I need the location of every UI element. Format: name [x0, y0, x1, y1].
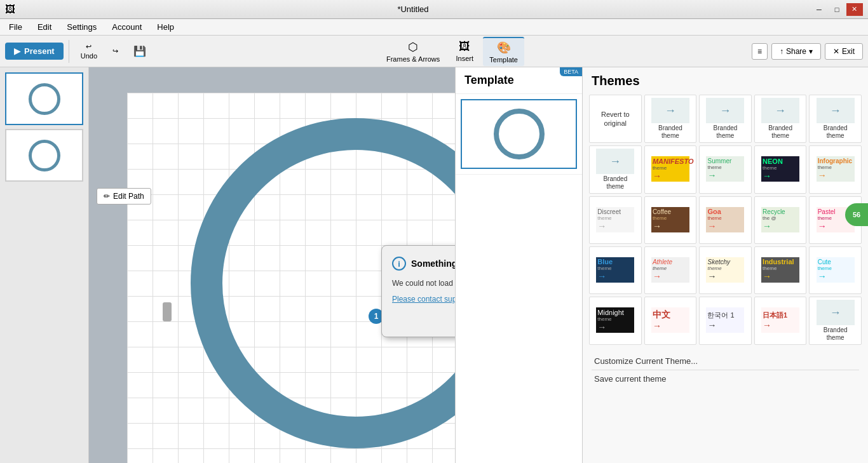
theme-sketchy[interactable]: Sketchy theme → [699, 246, 752, 294]
theme-japanese[interactable]: 日本語1 → [754, 297, 807, 345]
template-button[interactable]: 🎨 Template [483, 37, 524, 66]
template-header: Template BETA [456, 67, 582, 94]
theme-thumb-neon: NEON theme → [761, 156, 799, 182]
redo-button[interactable]: ↪ [106, 44, 125, 58]
preview-circle [494, 109, 545, 159]
frames-arrows-button[interactable]: ⬡ Frames & Arrows [380, 37, 446, 65]
theme-cute[interactable]: Cute theme → [809, 246, 862, 294]
minimize-button[interactable]: ─ [811, 3, 827, 16]
slide-circle-1 [29, 83, 60, 115]
save-button[interactable]: 💾 [127, 43, 153, 60]
dialog-title: Something went wrong [411, 258, 455, 269]
progress-indicator: 56 [845, 203, 868, 226]
share-icon: ↑ [780, 47, 783, 56]
theme-midnight[interactable]: Midnight theme → [589, 297, 642, 345]
dialog-body: We could not load one of the fonts [392, 279, 455, 288]
theme-korean[interactable]: 한국어 1 → [699, 297, 752, 345]
theme-thumb-cute: Cute theme → [817, 257, 855, 283]
menu-file[interactable]: File [3, 21, 29, 33]
redo-icon: ↪ [112, 47, 118, 55]
theme-goa[interactable]: Goa theme → [699, 196, 752, 244]
slide-thumb-2[interactable]: 1 [5, 129, 83, 182]
theme-thumb-goa: Goa theme → [706, 207, 744, 232]
theme-branded-6[interactable]: → Brandedtheme [809, 297, 862, 345]
theme-thumb-branded-2: → [706, 98, 744, 123]
theme-thumb-midnight: Midnight theme → [596, 307, 634, 333]
theme-thumb-athlete: Athlete theme → [651, 257, 689, 283]
theme-branded-3[interactable]: → Brandedtheme [754, 95, 807, 143]
theme-branded-1[interactable]: → Brandedtheme [644, 95, 697, 143]
theme-manifesto[interactable]: MANIFESTO theme → [644, 145, 697, 194]
title-bar: 🖼 *Untitled ─ □ ✕ [0, 0, 868, 19]
menu-account[interactable]: Account [105, 21, 148, 33]
theme-revert[interactable]: Revert tooriginal [589, 95, 642, 143]
theme-name-branded-2: Brandedtheme [714, 124, 738, 140]
toolbar-separator-1 [69, 40, 69, 63]
theme-thumb-branded-1: → [651, 98, 689, 123]
share-button[interactable]: ↑ Share ▾ [771, 43, 821, 60]
slide-panel: 1 [0, 67, 89, 463]
theme-branded-5[interactable]: → Brandedtheme [589, 145, 642, 194]
theme-name-branded-5: Brandedtheme [603, 175, 627, 191]
template-panel: Template BETA [455, 67, 582, 463]
toolbar: ▶ Present ↩ Undo ↪ 💾 ⬡ Frames & Arrows 🖼… [0, 36, 868, 67]
canvas-area[interactable]: 1 ✏ Edit Path i Something went wrong ✕ W… [89, 67, 455, 463]
revert-label: Revert tooriginal [601, 110, 630, 128]
undo-icon: ↩ [86, 43, 92, 51]
close-button[interactable]: ✕ [846, 3, 863, 16]
theme-coffee[interactable]: Coffee theme → [644, 196, 697, 244]
contact-support-link[interactable]: Please contact support. [392, 295, 455, 304]
exit-label: Exit [842, 47, 855, 56]
theme-thumb-chinese: 中文 → [651, 307, 689, 333]
drag-handle[interactable] [163, 302, 172, 321]
themes-panel: Themes Revert tooriginal → Brandedtheme … [582, 67, 868, 463]
save-theme-link[interactable]: Save current theme [592, 370, 859, 387]
theme-branded-2[interactable]: → Brandedtheme [699, 95, 752, 143]
undo-button[interactable]: ↩ Undo [74, 40, 104, 62]
share-chevron: ▾ [809, 47, 813, 56]
theme-thumb-recycle: Recycle the @ → [761, 207, 799, 232]
edit-path-button[interactable]: ✏ Edit Path [97, 188, 151, 205]
frames-label: Frames & Arrows [386, 55, 440, 63]
dialog-link-area: Please contact support. [392, 294, 455, 304]
menu-edit[interactable]: Edit [31, 21, 58, 33]
slide-thumb-1[interactable] [5, 72, 83, 125]
menu-help[interactable]: Help [151, 21, 180, 33]
template-label: Template [489, 56, 518, 64]
lines-button[interactable]: ≡ [752, 43, 768, 60]
toolbar-right: ≡ ↑ Share ▾ ✕ Exit [752, 43, 863, 60]
error-dialog: i Something went wrong ✕ We could not lo… [381, 245, 455, 337]
theme-athlete[interactable]: Athlete theme → [644, 246, 697, 294]
exit-icon: ✕ [833, 47, 839, 56]
theme-name-branded-4: Brandedtheme [824, 124, 848, 140]
share-label: Share [786, 47, 806, 56]
app-icon: 🖼 [5, 4, 15, 15]
themes-title: Themes [589, 74, 862, 88]
theme-thumb-infographic: Infographic theme → [817, 156, 855, 182]
theme-discreet[interactable]: Discreet theme → [589, 196, 642, 244]
beta-badge: BETA [560, 67, 582, 76]
theme-chinese[interactable]: 中文 → [644, 297, 697, 345]
themes-grid: Revert tooriginal → Brandedtheme → Brand… [589, 95, 862, 345]
theme-recycle[interactable]: Recycle the @ → [754, 196, 807, 244]
maximize-button[interactable]: □ [829, 3, 845, 16]
theme-summer[interactable]: Summer theme → [699, 145, 752, 194]
dialog-info-icon: i [392, 257, 406, 271]
slide-circle-2 [29, 140, 60, 171]
present-button[interactable]: ▶ Present [5, 43, 64, 60]
exit-button[interactable]: ✕ Exit [825, 43, 863, 60]
menu-settings[interactable]: Settings [60, 21, 103, 33]
customize-theme-link[interactable]: Customize Current Theme... [592, 352, 859, 370]
theme-branded-4[interactable]: → Brandedtheme [809, 95, 862, 143]
template-title: Template [465, 74, 514, 87]
insert-button[interactable]: 🖼 Insert [449, 37, 480, 65]
theme-blue[interactable]: Blue theme → [589, 246, 642, 294]
theme-infographic[interactable]: Infographic theme → [809, 145, 862, 194]
theme-thumb-discreet: Discreet theme → [596, 207, 634, 232]
theme-thumb-summer: Summer theme → [706, 156, 744, 182]
dialog-header: i Something went wrong ✕ [392, 256, 455, 271]
theme-thumb-japanese: 日本語1 → [761, 307, 799, 333]
theme-neon[interactable]: NEON theme → [754, 145, 807, 194]
theme-thumb-sketchy: Sketchy theme → [706, 257, 744, 283]
theme-industrial[interactable]: Industrial theme → [754, 246, 807, 294]
